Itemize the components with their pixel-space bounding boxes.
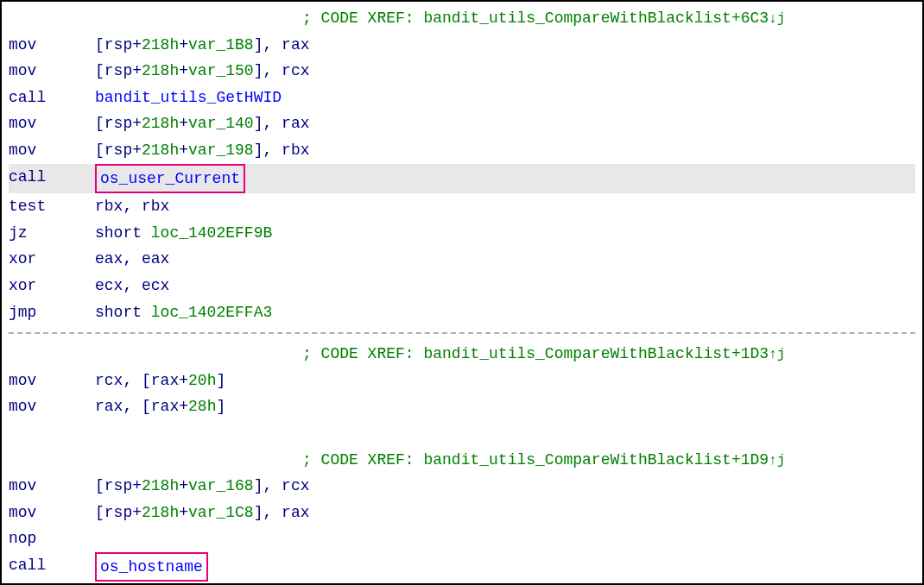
asm-line[interactable]: mov [rsp+218h+var_1B8], rax [9, 32, 915, 59]
asm-line[interactable]: mov [rsp+218h+var_140], rax [9, 110, 915, 137]
asm-line[interactable]: test rbx, rbx [9, 193, 915, 220]
mnemonic: mov [9, 393, 95, 420]
asm-line[interactable]: jmp short loc_1402EFFA3 [9, 299, 915, 326]
mnemonic: jmp [9, 299, 95, 326]
operands: [rsp+218h+var_140], rax [95, 110, 915, 137]
operands: os_user_Current [95, 164, 915, 194]
asm-line[interactable]: call bandit_utils_GetHWID [9, 85, 915, 111]
mnemonic: mov [9, 473, 95, 500]
mnemonic: xor [9, 246, 95, 273]
operands: [rsp+218h+var_198], rbx [95, 137, 915, 164]
operands: [rsp+218h+var_168], rcx [95, 473, 915, 500]
asm-line[interactable]: mov rcx, [rax+20h] [9, 368, 915, 394]
function-ref-highlighted[interactable]: os_user_Current [95, 164, 245, 194]
mnemonic: mov [9, 58, 95, 85]
asm-line[interactable]: nop [9, 525, 915, 552]
xref-comment-2: ; CODE XREF: bandit_utils_CompareWithBla… [9, 341, 915, 368]
operands: short loc_1402EFF9B [95, 220, 915, 247]
mnemonic: test [9, 193, 95, 220]
asm-line[interactable]: mov [rsp+218h+var_168], rcx [9, 473, 915, 500]
mnemonic: call [9, 552, 95, 582]
mnemonic: xor [9, 273, 95, 299]
operands: [rsp+218h+var_1B8], rax [95, 32, 915, 59]
asm-line[interactable]: mov [rsp+218h+var_150], rcx [9, 58, 915, 85]
blank-line [9, 420, 915, 447]
operands: [rsp+218h+var_150], rcx [95, 58, 915, 85]
operands: rbx, rbx [95, 193, 915, 220]
xref-comment-3: ; CODE XREF: bandit_utils_CompareWithBla… [9, 447, 915, 474]
asm-line[interactable]: xor ecx, ecx [9, 273, 915, 299]
asm-line[interactable]: call os_hostname [9, 552, 915, 582]
location-ref[interactable]: loc_1402EFF9B [151, 224, 272, 242]
operands: short loc_1402EFFA3 [95, 299, 915, 326]
function-ref-highlighted[interactable]: os_hostname [95, 552, 208, 582]
mnemonic: call [9, 164, 95, 194]
section-separator [9, 332, 915, 334]
operands: eax, eax [95, 246, 915, 273]
asm-line[interactable]: mov rax, [rax+28h] [9, 393, 915, 420]
operands: ecx, ecx [95, 273, 915, 299]
mnemonic: nop [9, 525, 95, 552]
disassembly-view: ; CODE XREF: bandit_utils_CompareWithBla… [0, 0, 924, 585]
operands: os_hostname [95, 552, 915, 582]
function-ref[interactable]: bandit_utils_GetHWID [95, 89, 282, 106]
asm-line[interactable]: xor eax, eax [9, 246, 915, 273]
mnemonic: mov [9, 368, 95, 394]
operands: rax, [rax+28h] [95, 393, 915, 420]
mnemonic: mov [9, 32, 95, 59]
mnemonic: call [9, 85, 95, 111]
mnemonic: mov [9, 500, 95, 526]
asm-line[interactable]: jz short loc_1402EFF9B [9, 220, 915, 247]
operands: rcx, [rax+20h] [95, 368, 915, 394]
asm-line[interactable]: mov [rsp+218h+var_198], rbx [9, 137, 915, 164]
mnemonic: jz [9, 220, 95, 247]
mnemonic: mov [9, 137, 95, 164]
operands: [rsp+218h+var_1C8], rax [95, 500, 915, 526]
asm-line[interactable]: mov [rsp+218h+var_1C8], rax [9, 500, 915, 526]
asm-line-selected[interactable]: call os_user_Current [9, 164, 915, 194]
operands: bandit_utils_GetHWID [95, 85, 915, 111]
mnemonic: mov [9, 110, 95, 137]
xref-comment-1: ; CODE XREF: bandit_utils_CompareWithBla… [9, 5, 915, 32]
location-ref[interactable]: loc_1402EFFA3 [151, 304, 272, 321]
